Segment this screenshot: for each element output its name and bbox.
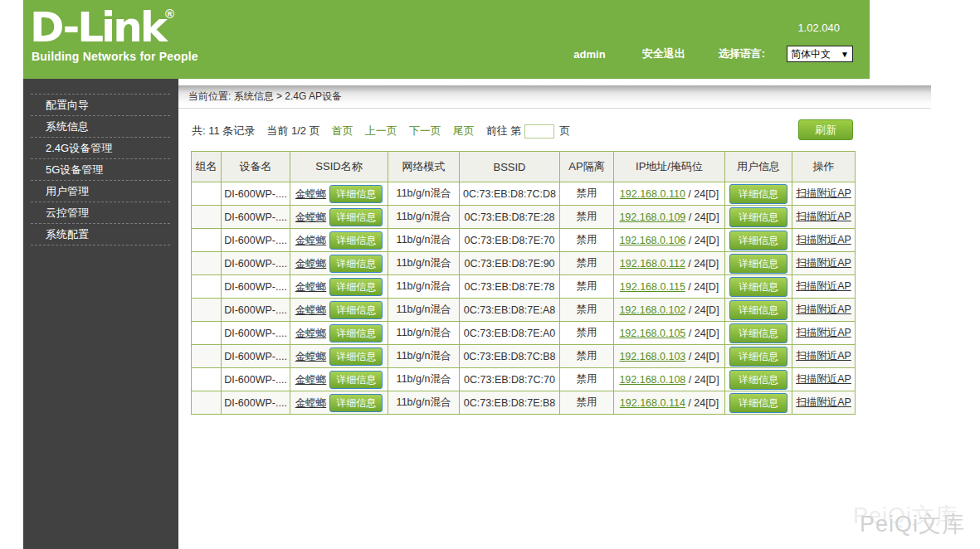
user-detail-button[interactable]: 详细信息 — [729, 323, 787, 343]
ip-address-link[interactable]: 192.168.0.109 — [619, 211, 685, 223]
scan-nearby-ap-link[interactable]: 扫描附近AP — [796, 280, 851, 292]
ssid-link[interactable]: 金螳螂 — [295, 258, 327, 270]
cell-network-mode: 11b/g/n混合 — [388, 206, 460, 229]
cell-network-mode: 11b/g/n混合 — [388, 391, 460, 415]
ip-address-link[interactable]: 192.168.0.102 — [619, 304, 685, 316]
scan-nearby-ap-link[interactable]: 扫描附近AP — [796, 396, 851, 408]
ssid-link[interactable]: 金螳螂 — [295, 211, 327, 223]
sidebar-item-setup-wizard[interactable]: 配置向导 — [31, 95, 170, 116]
cell-user-info: 详细信息 — [725, 252, 792, 275]
user-detail-button[interactable]: 详细信息 — [729, 393, 787, 413]
cell-operation: 扫描附近AP — [792, 368, 856, 391]
user-detail-button[interactable]: 详细信息 — [729, 277, 787, 297]
ssid-link[interactable]: 金螳螂 — [295, 328, 327, 339]
ssid-detail-button[interactable]: 详细信息 — [329, 208, 383, 226]
ssid-detail-button[interactable]: 详细信息 — [329, 394, 383, 412]
table-row: DI-600WP-.... 金螳螂详细信息 11b/g/n混合 0C:73:EB… — [192, 345, 856, 368]
scan-nearby-ap-link[interactable]: 扫描附近AP — [796, 257, 851, 269]
cell-ssid: 金螳螂详细信息 — [290, 229, 388, 252]
ip-address-link[interactable]: 192.168.0.108 — [619, 374, 685, 386]
user-detail-button[interactable]: 详细信息 — [729, 347, 787, 367]
user-detail-button[interactable]: 详细信息 — [729, 370, 787, 390]
user-detail-button[interactable]: 详细信息 — [729, 300, 787, 320]
last-page-link[interactable]: 尾页 — [453, 124, 475, 138]
next-page-link[interactable]: 下一页 — [409, 124, 441, 138]
scan-nearby-ap-link[interactable]: 扫描附近AP — [796, 350, 851, 362]
ssid-link[interactable]: 金螳螂 — [295, 397, 327, 409]
cell-device-name: DI-600WP-.... — [222, 345, 290, 368]
sidebar-item-system-info[interactable]: 系统信息 — [31, 116, 170, 138]
ip-address-link[interactable]: 192.168.0.115 — [620, 281, 685, 293]
logout-link[interactable]: 安全退出 — [642, 46, 685, 61]
user-detail-button[interactable]: 详细信息 — [729, 254, 787, 274]
ip-address-link[interactable]: 192.168.0.112 — [620, 258, 685, 270]
language-select-label: 选择语言: — [719, 46, 765, 61]
cell-group — [192, 182, 222, 206]
breadcrumb: 当前位置: 系统信息 > 2.4G AP设备 — [188, 90, 342, 104]
user-detail-button[interactable]: 详细信息 — [729, 231, 787, 250]
scan-nearby-ap-link[interactable]: 扫描附近AP — [796, 304, 851, 315]
cell-ssid: 金螳螂详细信息 — [290, 391, 388, 415]
cell-ap-isolation: 禁用 — [560, 229, 614, 252]
cell-device-name: DI-600WP-.... — [222, 322, 290, 345]
cell-ssid: 金螳螂详细信息 — [290, 252, 388, 275]
user-detail-button[interactable]: 详细信息 — [729, 184, 787, 204]
cell-group — [192, 391, 222, 415]
ip-address-link[interactable]: 192.168.0.106 — [619, 235, 685, 246]
sidebar-item-5g-device-mgmt[interactable]: 5G设备管理 — [31, 159, 170, 181]
cell-device-name: DI-600WP-.... — [222, 368, 290, 391]
ip-address-link[interactable]: 192.168.0.110 — [620, 188, 685, 200]
ssid-detail-button[interactable]: 详细信息 — [329, 185, 383, 203]
scan-nearby-ap-link[interactable]: 扫描附近AP — [796, 327, 851, 338]
language-select[interactable]: 简体中文 ▼ — [787, 46, 853, 62]
ssid-detail-button[interactable]: 详细信息 — [329, 324, 383, 343]
sidebar-item-system-config[interactable]: 系统配置 — [31, 224, 170, 245]
cell-ssid: 金螳螂详细信息 — [290, 368, 388, 391]
device-table-wrap: 组名 设备名 SSID名称 网络模式 BSSID AP隔离 IP地址/掩码位 用… — [191, 151, 856, 415]
ssid-detail-button[interactable]: 详细信息 — [329, 231, 383, 250]
scan-nearby-ap-link[interactable]: 扫描附近AP — [796, 211, 851, 222]
breadcrumb-bar: 当前位置: 系统信息 > 2.4G AP设备 — [178, 85, 931, 107]
cell-device-name: DI-600WP-.... — [222, 252, 290, 275]
sidebar-item-cloud-mgmt[interactable]: 云控管理 — [31, 202, 170, 224]
ssid-detail-button[interactable]: 详细信息 — [329, 301, 383, 319]
cell-group — [192, 322, 222, 345]
ssid-detail-button[interactable]: 详细信息 — [329, 371, 383, 389]
ssid-detail-button[interactable]: 详细信息 — [329, 347, 383, 366]
header-controls: admin 安全退出 选择语言: 简体中文 ▼ — [573, 46, 853, 62]
scan-nearby-ap-link[interactable]: 扫描附近AP — [796, 187, 851, 199]
ssid-link[interactable]: 金螳螂 — [295, 304, 327, 316]
ssid-link[interactable]: 金螳螂 — [295, 235, 327, 246]
ip-mask-suffix: / 24[D] — [685, 374, 719, 386]
ip-address-link[interactable]: 192.168.0.114 — [620, 397, 685, 409]
goto-page-input[interactable] — [524, 124, 554, 138]
first-page-link[interactable]: 首页 — [332, 124, 353, 138]
ssid-link[interactable]: 金螳螂 — [295, 188, 327, 200]
ssid-link[interactable]: 金螳螂 — [295, 374, 327, 386]
cell-ap-isolation: 禁用 — [560, 182, 614, 206]
user-detail-button[interactable]: 详细信息 — [729, 207, 787, 227]
sidebar-item-24g-device-mgmt[interactable]: 2.4G设备管理 — [31, 138, 170, 159]
ssid-link[interactable]: 金螳螂 — [295, 351, 327, 362]
col-header-bssid: BSSID — [460, 152, 560, 182]
ssid-detail-button[interactable]: 详细信息 — [329, 278, 383, 296]
header: D-Link® Building Networks for People 1.0… — [23, 0, 870, 79]
sidebar-item-user-mgmt[interactable]: 用户管理 — [31, 181, 170, 202]
cell-ssid: 金螳螂详细信息 — [290, 182, 388, 206]
ip-address-link[interactable]: 192.168.0.105 — [619, 328, 685, 339]
cell-bssid: 0C:73:EB:D8:7E:B8 — [460, 391, 560, 415]
cell-bssid: 0C:73:EB:D8:7E:A0 — [460, 322, 560, 345]
prev-page-link[interactable]: 上一页 — [365, 124, 397, 138]
watermark-back: PeiQi文库 — [853, 501, 958, 531]
firmware-version: 1.02.040 — [797, 22, 840, 34]
scan-nearby-ap-link[interactable]: 扫描附近AP — [796, 373, 851, 385]
refresh-button[interactable]: 刷新 — [798, 119, 853, 140]
ssid-detail-button[interactable]: 详细信息 — [329, 255, 383, 273]
scan-nearby-ap-link[interactable]: 扫描附近AP — [796, 234, 851, 245]
ip-mask-suffix: / 24[D] — [685, 258, 719, 270]
ssid-link[interactable]: 金螳螂 — [295, 281, 327, 293]
cell-ip: 192.168.0.110 / 24[D] — [614, 182, 725, 206]
ip-mask-suffix: / 24[D] — [685, 351, 719, 362]
cell-operation: 扫描附近AP — [792, 322, 856, 345]
ip-address-link[interactable]: 192.168.0.103 — [619, 351, 685, 362]
